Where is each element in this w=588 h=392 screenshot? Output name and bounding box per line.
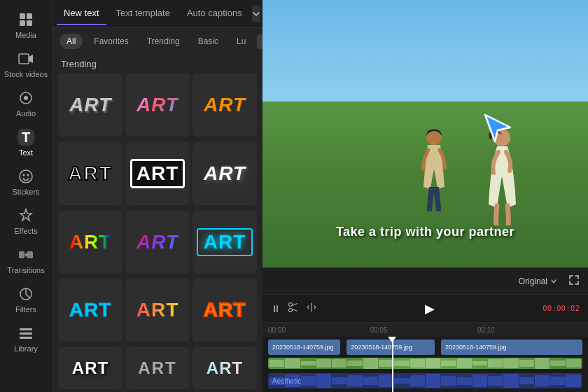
media-icon bbox=[18, 11, 34, 28]
tab-text-template[interactable]: Text template bbox=[109, 2, 177, 25]
text-card-12[interactable]: ART bbox=[192, 279, 257, 342]
text-card-6[interactable]: ART bbox=[192, 142, 257, 205]
sidebar: Media Stock videos Audio T Text bbox=[0, 0, 52, 392]
ruler-mark-0: 00:00 bbox=[268, 326, 286, 334]
cut-button[interactable] bbox=[288, 302, 299, 315]
playhead bbox=[392, 337, 393, 392]
text-card-1[interactable]: ART bbox=[58, 74, 122, 136]
svg-rect-0 bbox=[20, 13, 25, 19]
text-card-3[interactable]: ART bbox=[192, 74, 257, 136]
svg-point-7 bbox=[20, 170, 32, 183]
text-card-10[interactable]: ART bbox=[58, 279, 122, 342]
transitions-icon bbox=[18, 246, 34, 263]
quality-label: Original bbox=[519, 276, 547, 286]
text-panel: New text Text template Auto captions All… bbox=[52, 0, 262, 392]
sidebar-item-label: Stock videos bbox=[4, 70, 48, 78]
audio-label: Aesthetic bbox=[268, 377, 305, 385]
svg-rect-14 bbox=[20, 332, 32, 335]
sidebar-item-library[interactable]: Library bbox=[0, 319, 52, 358]
audio-icon bbox=[18, 90, 34, 106]
track-music bbox=[268, 358, 582, 369]
svg-point-19 bbox=[289, 303, 293, 307]
text-card-11[interactable]: ART bbox=[125, 279, 190, 342]
timeline: 00:00 00:05 00:10 20230518-140759.jpg 20… bbox=[262, 322, 588, 392]
clip-gap bbox=[340, 340, 346, 355]
sidebar-item-filters[interactable]: Filters bbox=[0, 280, 52, 319]
svg-point-8 bbox=[23, 174, 25, 176]
tab-auto-captions[interactable]: Auto captions bbox=[180, 2, 249, 25]
sidebar-item-stickers[interactable]: Stickers bbox=[0, 162, 52, 202]
timeline-tracks: 20230518-140759.jpg 20230518-140759.jpg … bbox=[262, 337, 588, 392]
sidebar-item-media[interactable]: Media bbox=[0, 6, 52, 45]
figure-left bbox=[416, 127, 451, 229]
svg-rect-15 bbox=[20, 337, 32, 339]
svg-rect-1 bbox=[27, 13, 32, 19]
svg-rect-10 bbox=[19, 251, 24, 258]
more-tabs-button[interactable] bbox=[252, 6, 260, 22]
quality-selector[interactable]: Original bbox=[519, 276, 557, 286]
sidebar-item-label: Stickers bbox=[12, 188, 39, 196]
preview-subtitle: Take a trip with your partner bbox=[336, 225, 514, 239]
text-card-13[interactable]: ART bbox=[58, 347, 122, 389]
panel-tabs: New text Text template Auto captions bbox=[52, 0, 262, 28]
svg-point-20 bbox=[289, 309, 293, 312]
text-icon: T bbox=[18, 129, 34, 146]
play-button[interactable]: ▶ bbox=[425, 301, 435, 316]
svg-point-6 bbox=[24, 96, 28, 100]
stickers-icon bbox=[18, 168, 34, 185]
library-icon bbox=[18, 325, 34, 342]
sidebar-item-transitions[interactable]: Transitions bbox=[0, 241, 52, 280]
filters-icon bbox=[18, 286, 34, 302]
filter-basic[interactable]: Basic bbox=[191, 34, 225, 49]
text-card-9[interactable]: ART bbox=[192, 211, 257, 274]
sidebar-item-audio[interactable]: Audio bbox=[0, 84, 52, 123]
sidebar-item-label: Media bbox=[15, 31, 36, 39]
audio-clip: Aesthetic bbox=[268, 373, 582, 388]
sidebar-item-text[interactable]: T Text bbox=[0, 123, 52, 162]
filter-lu[interactable]: Lu bbox=[230, 34, 253, 49]
text-card-15[interactable]: ART bbox=[192, 347, 257, 389]
tab-new-text[interactable]: New text bbox=[57, 2, 106, 25]
video-preview: Take a trip with your partner bbox=[262, 0, 588, 267]
clip-gap-2 bbox=[435, 340, 441, 355]
sidebar-item-label: Effects bbox=[14, 227, 37, 235]
text-card-14[interactable]: ART bbox=[125, 347, 190, 389]
split-button[interactable] bbox=[306, 302, 317, 315]
svg-rect-13 bbox=[20, 328, 32, 330]
text-grid: ART ART ART ART ART ART ART ART ART ART bbox=[52, 74, 262, 392]
sidebar-item-label: Library bbox=[14, 344, 38, 353]
sidebar-item-label: Transitions bbox=[7, 266, 44, 274]
preview-controls: Original bbox=[262, 267, 588, 294]
sidebar-item-stock-videos[interactable]: Stock videos bbox=[0, 45, 52, 84]
sidebar-item-effects[interactable]: Effects bbox=[0, 202, 52, 241]
effects-icon bbox=[18, 207, 34, 224]
filter-all[interactable]: All bbox=[59, 34, 83, 49]
filter-bar: All Favorites Trending Basic Lu bbox=[52, 28, 262, 55]
clip-3[interactable]: 20230518-140759.jpg bbox=[441, 340, 582, 355]
text-card-8[interactable]: ART bbox=[125, 211, 190, 274]
track-audio: Aesthetic bbox=[268, 373, 582, 388]
svg-rect-3 bbox=[27, 20, 32, 26]
playhead-marker bbox=[388, 337, 396, 342]
filter-favorites[interactable]: Favorites bbox=[87, 34, 135, 49]
track-video: 20230518-140759.jpg 20230518-140759.jpg … bbox=[268, 340, 582, 355]
sidebar-item-label: Text bbox=[19, 148, 33, 157]
sidebar-item-label: Filters bbox=[15, 305, 36, 314]
sidebar-item-label: Audio bbox=[16, 109, 36, 118]
text-card-5[interactable]: ART bbox=[125, 142, 190, 205]
sky-bg bbox=[262, 0, 588, 102]
stock-videos-icon bbox=[18, 50, 34, 67]
svg-rect-2 bbox=[20, 20, 25, 26]
fullscreen-button[interactable] bbox=[568, 274, 580, 288]
clip-1[interactable]: 20230518-140759.jpg bbox=[268, 340, 340, 355]
playback-time: 00:00:02 bbox=[542, 304, 580, 313]
text-card-7[interactable]: ART bbox=[58, 211, 122, 274]
ruler-mark-2: 00:10 bbox=[477, 326, 495, 334]
pause-button[interactable]: ⏸ bbox=[271, 303, 281, 314]
section-trending-label: Trending bbox=[52, 55, 262, 74]
text-card-4[interactable]: ART bbox=[58, 142, 122, 205]
filter-trending[interactable]: Trending bbox=[140, 34, 187, 49]
playback-bar: ⏸ ▶ 00:00:02 bbox=[262, 294, 588, 322]
ruler-mark-1: 00:05 bbox=[370, 326, 387, 334]
text-card-2[interactable]: ART bbox=[125, 74, 190, 136]
